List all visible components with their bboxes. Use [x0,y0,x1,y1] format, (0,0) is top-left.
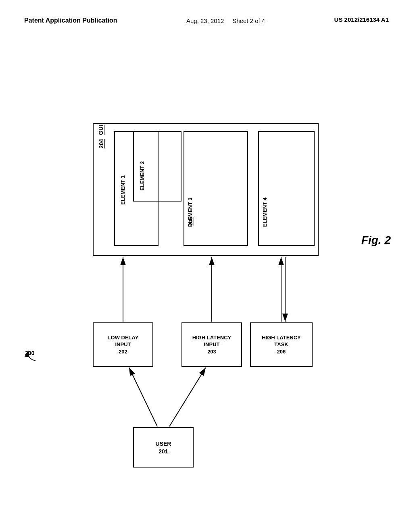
gui-label: GUI [98,125,104,135]
element4-label: ELEMENT 4 [262,197,268,227]
element3-box [184,131,248,246]
element3-number: 205 [188,217,194,226]
gui-number: 204 [98,139,104,148]
sheet-info: Sheet 2 of 4 [232,17,265,24]
system-arrow-svg [23,347,40,363]
figure-label: Fig. 2 [361,234,391,247]
svg-line-7 [169,368,206,426]
low-delay-number: 202 [119,349,127,355]
low-delay-input-box: LOW DELAYINPUT 202 [93,322,153,367]
svg-line-6 [129,368,157,426]
publication-info: Aug. 23, 2012 Sheet 2 of 4 [186,16,265,26]
pub-date: Aug. 23, 2012 [186,17,224,24]
high-latency-input-box: HIGH LATENCYINPUT 203 [181,322,242,367]
high-latency-label: HIGH LATENCYINPUT [192,335,232,348]
patent-number: US 2012/216134 A1 [334,16,389,23]
element2-label: ELEMENT 2 [139,161,145,191]
high-latency-input-number: 203 [207,349,216,355]
high-task-label: HIGH LATENCYTASK [262,335,301,348]
diagram-area: GUI 204 ELEMENT 1 ELEMENT 2 ELEMENT 3 20… [0,60,413,512]
element1-label: ELEMENT 1 [120,175,126,205]
page-header: Patent Application Publication Aug. 23, … [0,0,413,26]
user-number: 201 [159,448,168,455]
user-box: USER 201 [133,427,194,468]
publication-label: Patent Application Publication [24,16,117,25]
fig-text: Fig. 2 [361,234,391,246]
system-arrow [23,347,40,364]
low-delay-label: LOW DELAYINPUT [108,335,139,348]
high-task-number: 206 [277,349,286,355]
high-latency-task-box: HIGH LATENCYTASK 206 [250,322,313,367]
element4-box [258,131,315,246]
user-label: USER [156,440,171,447]
